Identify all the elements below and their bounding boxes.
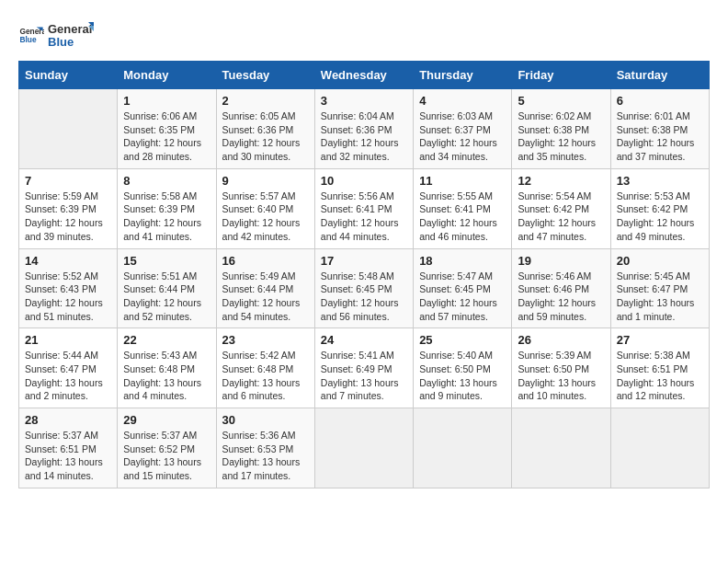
header-wednesday: Wednesday <box>314 62 413 89</box>
day-info: Sunrise: 5:52 AM Sunset: 6:43 PM Dayligh… <box>25 270 111 324</box>
day-info: Sunrise: 5:53 AM Sunset: 6:42 PM Dayligh… <box>617 190 703 244</box>
day-number: 19 <box>518 254 604 268</box>
day-number: 20 <box>617 254 703 268</box>
day-number: 30 <box>222 413 309 427</box>
day-info: Sunrise: 5:41 AM Sunset: 6:49 PM Dayligh… <box>321 349 407 403</box>
week-row-4: 21Sunrise: 5:44 AM Sunset: 6:47 PM Dayli… <box>19 328 710 408</box>
day-info: Sunrise: 5:37 AM Sunset: 6:51 PM Dayligh… <box>25 429 111 483</box>
day-info: Sunrise: 5:59 AM Sunset: 6:39 PM Dayligh… <box>25 190 111 244</box>
day-info: Sunrise: 5:55 AM Sunset: 6:41 PM Dayligh… <box>419 190 506 244</box>
day-number: 13 <box>617 174 703 188</box>
day-number: 2 <box>222 94 309 108</box>
day-cell: 9Sunrise: 5:57 AM Sunset: 6:40 PM Daylig… <box>216 168 314 248</box>
header-monday: Monday <box>118 62 216 89</box>
day-number: 4 <box>419 94 506 108</box>
day-cell: 18Sunrise: 5:47 AM Sunset: 6:45 PM Dayli… <box>414 248 512 328</box>
day-info: Sunrise: 5:49 AM Sunset: 6:44 PM Dayligh… <box>222 270 309 324</box>
day-info: Sunrise: 5:45 AM Sunset: 6:47 PM Dayligh… <box>617 270 703 324</box>
day-cell: 10Sunrise: 5:56 AM Sunset: 6:41 PM Dayli… <box>314 168 413 248</box>
calendar-header-row: SundayMondayTuesdayWednesdayThursdayFrid… <box>19 62 710 89</box>
day-number: 21 <box>25 333 111 347</box>
day-cell: 26Sunrise: 5:39 AM Sunset: 6:50 PM Dayli… <box>512 328 610 408</box>
day-info: Sunrise: 5:58 AM Sunset: 6:39 PM Dayligh… <box>123 190 210 244</box>
day-cell: 30Sunrise: 5:36 AM Sunset: 6:53 PM Dayli… <box>216 408 314 488</box>
day-number: 23 <box>222 333 309 347</box>
svg-text:Blue: Blue <box>19 35 36 44</box>
day-cell: 14Sunrise: 5:52 AM Sunset: 6:43 PM Dayli… <box>19 248 118 328</box>
day-info: Sunrise: 5:40 AM Sunset: 6:50 PM Dayligh… <box>419 349 506 403</box>
week-row-5: 28Sunrise: 5:37 AM Sunset: 6:51 PM Dayli… <box>19 408 710 488</box>
day-cell <box>414 408 512 488</box>
day-number: 1 <box>123 94 210 108</box>
day-cell: 21Sunrise: 5:44 AM Sunset: 6:47 PM Dayli… <box>19 328 118 408</box>
day-cell: 15Sunrise: 5:51 AM Sunset: 6:44 PM Dayli… <box>118 248 216 328</box>
day-number: 3 <box>321 94 407 108</box>
day-info: Sunrise: 6:04 AM Sunset: 6:36 PM Dayligh… <box>321 109 407 164</box>
day-cell: 6Sunrise: 6:01 AM Sunset: 6:38 PM Daylig… <box>610 89 709 169</box>
day-number: 12 <box>518 174 604 188</box>
day-number: 27 <box>617 333 703 347</box>
day-number: 24 <box>321 333 407 347</box>
day-info: Sunrise: 5:42 AM Sunset: 6:48 PM Dayligh… <box>222 349 309 403</box>
week-row-3: 14Sunrise: 5:52 AM Sunset: 6:43 PM Dayli… <box>19 248 710 328</box>
week-row-1: 1Sunrise: 6:06 AM Sunset: 6:35 PM Daylig… <box>19 89 710 169</box>
day-cell: 20Sunrise: 5:45 AM Sunset: 6:47 PM Dayli… <box>610 248 709 328</box>
day-cell <box>314 408 413 488</box>
day-cell: 25Sunrise: 5:40 AM Sunset: 6:50 PM Dayli… <box>414 328 512 408</box>
day-info: Sunrise: 5:37 AM Sunset: 6:52 PM Dayligh… <box>123 429 210 483</box>
day-cell: 5Sunrise: 6:02 AM Sunset: 6:38 PM Daylig… <box>512 89 610 169</box>
day-cell: 11Sunrise: 5:55 AM Sunset: 6:41 PM Dayli… <box>414 168 512 248</box>
day-cell: 16Sunrise: 5:49 AM Sunset: 6:44 PM Dayli… <box>216 248 314 328</box>
day-number: 22 <box>123 333 210 347</box>
day-number: 28 <box>25 413 111 427</box>
day-number: 5 <box>518 94 604 108</box>
header-thursday: Thursday <box>414 62 512 89</box>
day-cell: 8Sunrise: 5:58 AM Sunset: 6:39 PM Daylig… <box>118 168 216 248</box>
day-cell <box>610 408 709 488</box>
day-number: 8 <box>123 174 210 188</box>
day-info: Sunrise: 6:02 AM Sunset: 6:38 PM Dayligh… <box>518 109 604 164</box>
day-number: 15 <box>123 254 210 268</box>
day-cell: 12Sunrise: 5:54 AM Sunset: 6:42 PM Dayli… <box>512 168 610 248</box>
day-cell: 19Sunrise: 5:46 AM Sunset: 6:46 PM Dayli… <box>512 248 610 328</box>
day-number: 17 <box>321 254 407 268</box>
day-info: Sunrise: 6:01 AM Sunset: 6:38 PM Dayligh… <box>617 109 703 164</box>
day-info: Sunrise: 5:48 AM Sunset: 6:45 PM Dayligh… <box>321 270 407 324</box>
day-info: Sunrise: 5:39 AM Sunset: 6:50 PM Dayligh… <box>518 349 604 403</box>
svg-text:Blue: Blue <box>48 35 74 49</box>
day-info: Sunrise: 6:06 AM Sunset: 6:35 PM Dayligh… <box>123 109 210 164</box>
day-cell: 1Sunrise: 6:06 AM Sunset: 6:35 PM Daylig… <box>118 89 216 169</box>
day-cell: 3Sunrise: 6:04 AM Sunset: 6:36 PM Daylig… <box>314 89 413 169</box>
day-info: Sunrise: 6:05 AM Sunset: 6:36 PM Dayligh… <box>222 109 309 164</box>
day-number: 7 <box>25 174 111 188</box>
day-info: Sunrise: 5:57 AM Sunset: 6:40 PM Dayligh… <box>222 190 309 244</box>
day-number: 10 <box>321 174 407 188</box>
day-info: Sunrise: 5:46 AM Sunset: 6:46 PM Dayligh… <box>518 270 604 324</box>
logo-graphic: General Blue <box>48 18 94 52</box>
day-number: 9 <box>222 174 309 188</box>
day-number: 16 <box>222 254 309 268</box>
calendar-table: SundayMondayTuesdayWednesdayThursdayFrid… <box>18 61 710 488</box>
day-info: Sunrise: 5:47 AM Sunset: 6:45 PM Dayligh… <box>419 270 506 324</box>
header-tuesday: Tuesday <box>216 62 314 89</box>
day-cell: 27Sunrise: 5:38 AM Sunset: 6:51 PM Dayli… <box>610 328 709 408</box>
day-cell <box>512 408 610 488</box>
day-number: 29 <box>123 413 210 427</box>
svg-text:General: General <box>48 22 92 36</box>
day-cell <box>19 89 118 169</box>
day-cell: 13Sunrise: 5:53 AM Sunset: 6:42 PM Dayli… <box>610 168 709 248</box>
day-number: 18 <box>419 254 506 268</box>
day-info: Sunrise: 5:51 AM Sunset: 6:44 PM Dayligh… <box>123 270 210 324</box>
day-info: Sunrise: 5:38 AM Sunset: 6:51 PM Dayligh… <box>617 349 703 403</box>
day-cell: 23Sunrise: 5:42 AM Sunset: 6:48 PM Dayli… <box>216 328 314 408</box>
day-info: Sunrise: 5:56 AM Sunset: 6:41 PM Dayligh… <box>321 190 407 244</box>
day-cell: 7Sunrise: 5:59 AM Sunset: 6:39 PM Daylig… <box>19 168 118 248</box>
day-cell: 28Sunrise: 5:37 AM Sunset: 6:51 PM Dayli… <box>19 408 118 488</box>
day-info: Sunrise: 5:36 AM Sunset: 6:53 PM Dayligh… <box>222 429 309 483</box>
day-info: Sunrise: 5:54 AM Sunset: 6:42 PM Dayligh… <box>518 190 604 244</box>
day-number: 11 <box>419 174 506 188</box>
day-cell: 22Sunrise: 5:43 AM Sunset: 6:48 PM Dayli… <box>118 328 216 408</box>
day-number: 26 <box>518 333 604 347</box>
day-cell: 29Sunrise: 5:37 AM Sunset: 6:52 PM Dayli… <box>118 408 216 488</box>
logo-icon: General Blue <box>18 22 44 48</box>
